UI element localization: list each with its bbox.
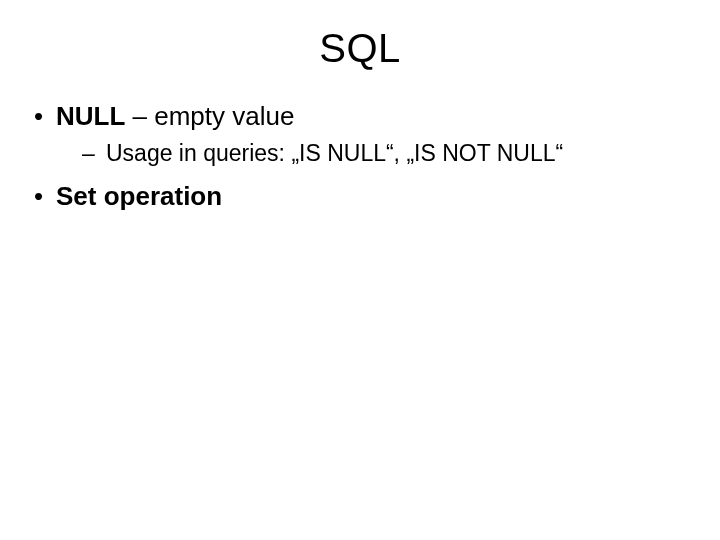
bullet-list-level1: NULL – empty value Usage in queries: „IS… (30, 99, 690, 214)
slide: SQL NULL – empty value Usage in queries:… (0, 0, 720, 540)
bullet-item-null: NULL – empty value Usage in queries: „IS… (30, 99, 690, 169)
slide-title: SQL (0, 0, 720, 71)
bullet-list-level2: Usage in queries: „IS NULL“, „IS NOT NUL… (56, 138, 690, 169)
sub-bullet-usage: Usage in queries: „IS NULL“, „IS NOT NUL… (82, 138, 690, 169)
bullet-item-set-operation: Set operation (30, 179, 690, 214)
bullet-bold-text: Set operation (56, 181, 222, 211)
slide-body: NULL – empty value Usage in queries: „IS… (0, 71, 720, 214)
bullet-rest-text: – empty value (125, 101, 294, 131)
bullet-bold-text: NULL (56, 101, 125, 131)
